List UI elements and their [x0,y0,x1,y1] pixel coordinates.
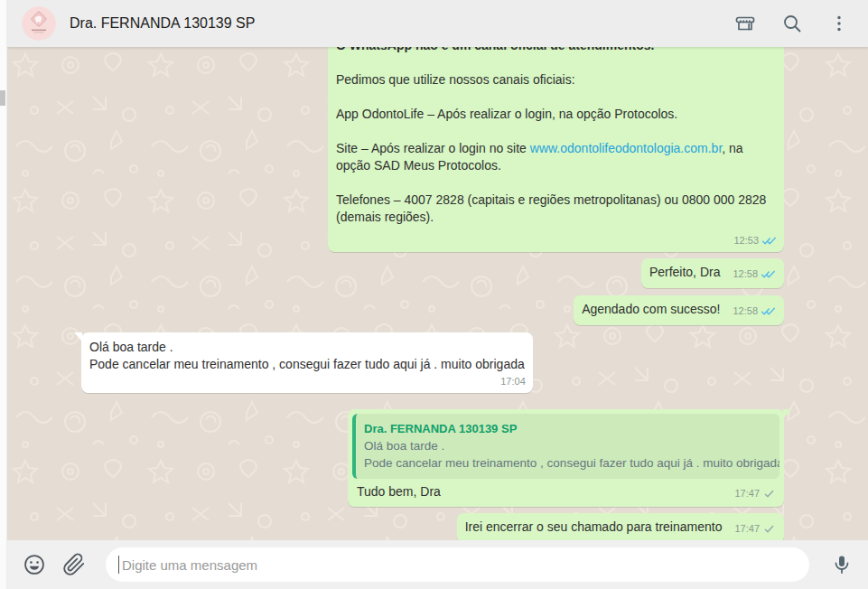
message-meta: 12:58 [733,267,776,281]
attach-icon[interactable] [62,553,86,576]
single-check-icon [762,524,776,534]
message-time: 17:04 [500,375,526,388]
text-caret [118,556,119,574]
chat-list-panel-edge [0,0,7,589]
message-text: Tudo bem, Dra [357,483,441,500]
message-text: Telefones – 4007 2828 (capitais e regiõe… [336,192,776,226]
contact-name: Dra. FERNANDA 130139 SP [70,15,255,32]
message-text: Pedimos que utilize nossos canais oficia… [336,71,776,89]
single-check-icon [762,489,776,499]
composer-bar [7,540,868,589]
message-meta: 12:58 [733,304,776,318]
quoted-message[interactable]: Dra. FERNANDA 130139 SP Olá boa tarde . … [352,414,779,479]
conversation-panel: Dra. FERNANDA 130139 SP [7,0,868,589]
message-text: Agendado com sucesso! [582,301,720,318]
message-text: Pode cancelar meu treinamento , consegui… [89,356,525,373]
double-check-icon [761,236,777,246]
message-text: Irei encerrar o seu chamado para treinam… [465,519,723,536]
contact-header[interactable]: Dra. FERNANDA 130139 SP [22,6,255,41]
double-check-icon [761,269,776,279]
site-link[interactable]: www.odontolifeodontologia.com.br [530,141,722,155]
message-meta: 17:04 [500,375,526,388]
message-text: Site – Após realizar o login no site www… [336,140,776,174]
message-time: 12:58 [733,304,758,318]
message-text: Olá boa tarde . [89,339,525,356]
whatsapp-chat-window: Dra. FERNANDA 130139 SP [0,0,868,589]
message-bubble-outgoing[interactable]: Agendado com sucesso! 12:58 [574,295,784,325]
message-bubble-outgoing[interactable]: Perfeito, Dra 12:58 [641,258,784,288]
message-time: 17:47 [734,487,760,500]
avatar-logo-icon [22,6,56,41]
message-bubble-outgoing[interactable]: Dra. FERNANDA 130139 SP Olá boa tarde . … [348,409,784,507]
search-icon[interactable] [781,13,803,34]
message-text: App OdontoLife – Após realizar o login, … [336,106,776,123]
quoted-author: Dra. FERNANDA 130139 SP [364,420,770,437]
message-meta: 17:47 [734,522,776,536]
chat-list-scrollbar[interactable] [0,90,5,106]
storefront-icon[interactable] [734,13,756,34]
message-bubble-incoming[interactable]: Olá boa tarde . Pode cancelar meu treina… [81,332,533,393]
message-meta: 12:53 [733,234,777,248]
message-text-bold: O WhatsApp não é um canal oficial de ate… [336,47,776,54]
message-time: 17:47 [734,522,760,536]
double-check-icon [761,306,776,316]
message-bubble-outgoing[interactable]: O WhatsApp não é um canal oficial de ate… [328,47,784,252]
avatar[interactable] [22,6,56,41]
kebab-menu-icon[interactable] [828,13,850,34]
mic-icon[interactable] [831,554,853,575]
chat-header: Dra. FERNANDA 130139 SP [7,0,868,47]
quoted-text: Olá boa tarde . [364,437,770,454]
message-bubble-outgoing[interactable]: Irei encerrar o seu chamado para treinam… [457,513,784,540]
message-input-container[interactable] [106,547,809,582]
message-list: O WhatsApp não é um canal oficial de ate… [7,47,868,540]
message-flow: O WhatsApp não é um canal oficial de ate… [7,47,868,540]
message-time: 12:53 [733,234,759,248]
message-body: Tudo bem, Dra 17:47 [352,479,779,500]
header-actions [734,13,850,34]
message-input[interactable] [122,557,797,573]
quoted-text: Pode cancelar meu treinamento , consegui… [364,454,770,472]
emoji-icon[interactable] [23,553,46,576]
message-time: 12:58 [733,267,758,281]
message-meta: 17:47 [734,487,776,500]
message-text: Perfeito, Dra [649,264,721,281]
